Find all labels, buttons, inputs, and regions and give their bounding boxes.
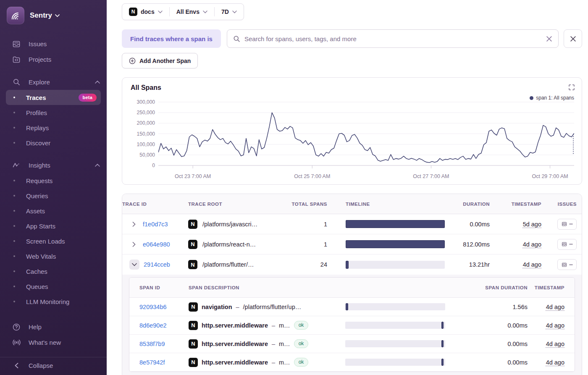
sidebar-item-screen-loads[interactable]: Screen Loads <box>6 233 101 249</box>
issues-button[interactable] <box>557 239 577 250</box>
sidebar-item-traces[interactable]: Traces beta <box>6 90 101 105</box>
sidebar-item-issues[interactable]: Issues <box>0 36 107 52</box>
column-header[interactable]: TIMESTAMP <box>490 202 541 207</box>
column-header[interactable]: SPAN ID <box>129 285 189 290</box>
sidebar-item-label: LLM Monitoring <box>26 298 69 305</box>
nextjs-platform-icon: N <box>188 240 197 249</box>
timestamp[interactable]: 5d ago <box>523 221 541 228</box>
sidebar-item-queries[interactable]: Queries <box>6 188 101 203</box>
column-header[interactable]: SPAN DURATION <box>445 285 528 290</box>
sidebar-item-label: Queues <box>26 283 48 290</box>
sidebar-group-insights[interactable]: Insights <box>0 157 107 173</box>
separator: – <box>272 359 275 366</box>
find-traces-label: Find traces where a span is <box>122 29 221 48</box>
sidebar-item-requests[interactable]: Requests <box>6 173 101 188</box>
sidebar-item-label: What's new <box>29 339 61 346</box>
trace-id-link[interactable]: e064e980 <box>143 241 170 248</box>
sidebar-collapse-button[interactable]: Collapse <box>0 357 107 375</box>
date-range-selector[interactable]: 7D <box>215 4 244 20</box>
timeline-bar <box>441 340 444 347</box>
sidebar-item-llm-monitoring[interactable]: LLM Monitoring <box>6 294 101 309</box>
timestamp[interactable]: 4d ago <box>523 261 541 268</box>
chevron-up-icon <box>95 164 100 167</box>
collapse-chevron-down-icon[interactable] <box>129 260 139 270</box>
x-tick-label: Oct 27 7:00 AM <box>413 173 449 179</box>
chart-legend[interactable]: span 1: All spans <box>530 95 574 101</box>
column-header[interactable]: TRACE ID <box>122 202 188 207</box>
span-op: http.server.middleware <box>202 359 268 366</box>
sidebar-item-queues[interactable]: Queues <box>6 279 101 294</box>
sidebar-item-whats-new[interactable]: What's new <box>0 335 107 350</box>
span-row: 920934b6 N navigation – /platforms/flutt… <box>129 298 575 316</box>
project-selector[interactable]: N docs <box>122 4 169 20</box>
nextjs-platform-icon: N <box>189 321 198 330</box>
column-header[interactable]: TIMELINE <box>332 202 445 207</box>
org-switcher[interactable]: Sentry <box>0 4 107 25</box>
total-spans: 24 <box>290 261 332 268</box>
sentry-logo <box>7 7 24 24</box>
timestamp[interactable]: 4d ago <box>523 241 541 248</box>
span-id-link[interactable]: 8538f7b9 <box>139 341 165 347</box>
sidebar-item-app-starts[interactable]: App Starts <box>6 218 101 233</box>
x-tick-label: Oct 23 7:00 AM <box>175 173 211 179</box>
chevron-down-icon <box>158 10 163 13</box>
span-duration: 0.00ms <box>445 359 528 366</box>
add-another-span-button[interactable]: Add Another Span <box>122 53 198 68</box>
sidebar-item-help[interactable]: Help <box>0 319 107 335</box>
issues-button[interactable] <box>557 219 577 230</box>
column-header[interactable]: TRACE ROOT <box>188 202 290 207</box>
fullscreen-icon[interactable] <box>568 84 575 92</box>
chart-plot[interactable] <box>158 100 574 172</box>
expand-chevron-right-icon[interactable] <box>129 222 139 227</box>
span-description: m… <box>279 322 290 329</box>
environment-selector[interactable]: All Envs <box>170 4 214 20</box>
sidebar-item-caches[interactable]: Caches <box>6 264 101 279</box>
timeline-bar <box>441 359 444 366</box>
timestamp[interactable]: 4d ago <box>546 322 564 329</box>
sidebar-item-replays[interactable]: Replays <box>6 120 101 135</box>
column-header[interactable]: SPAN DESCRIPTION <box>189 285 345 290</box>
span-query-row: Find traces where a span is <box>122 29 582 48</box>
column-header[interactable]: DURATION <box>445 202 490 207</box>
minus-icon <box>569 264 573 265</box>
column-header[interactable]: TIMESTAMP <box>528 285 575 290</box>
close-icon <box>570 36 576 42</box>
timeline-bar <box>346 220 445 228</box>
sidebar-item-projects[interactable]: Projects <box>0 52 107 67</box>
y-tick-label: 50,000 <box>139 152 155 158</box>
sidebar-group-explore[interactable]: Explore <box>0 74 107 90</box>
issues-button[interactable] <box>557 259 577 270</box>
timestamp[interactable]: 4d ago <box>546 341 564 347</box>
timestamp[interactable]: 4d ago <box>546 304 564 310</box>
chevron-down-icon <box>232 10 237 13</box>
chevron-left-icon <box>12 363 21 368</box>
sidebar-item-assets[interactable]: Assets <box>6 203 101 218</box>
span-duration: 1.56s <box>445 304 528 310</box>
trace-id-link[interactable]: 2914cceb <box>144 261 170 268</box>
timeline-track <box>346 220 445 228</box>
remove-span-filter-button[interactable] <box>564 29 582 48</box>
column-header[interactable]: TOTAL SPANS <box>290 202 332 207</box>
trace-root: /platforms/flutter/… <box>202 261 254 268</box>
timestamp[interactable]: 4d ago <box>546 359 564 366</box>
sidebar-item-discover[interactable]: Discover <box>6 135 101 150</box>
sidebar-footer: Help What's new Collapse <box>0 319 107 375</box>
page-filter-bar: N docs All Envs 7D <box>122 3 244 20</box>
span-id-link[interactable]: 920934b6 <box>139 304 167 310</box>
sidebar-item-label: Issues <box>29 40 47 47</box>
trace-id-link[interactable]: f1e0d7c3 <box>143 221 168 228</box>
spans-table: SPAN ID SPAN DESCRIPTION SPAN DURATION T… <box>129 277 575 372</box>
clear-search-icon[interactable] <box>546 36 552 42</box>
column-header[interactable]: ISSUES <box>541 202 582 207</box>
chevron-down-icon <box>203 10 207 13</box>
span-row: 8d6e90e2 N http.server.middleware – m… o… <box>129 316 575 335</box>
sidebar-item-profiles[interactable]: Profiles <box>6 105 101 120</box>
span-id-link[interactable]: 8d6e90e2 <box>139 322 167 329</box>
sidebar-item-web-vitals[interactable]: Web Vitals <box>6 249 101 264</box>
bullet-icon <box>13 97 15 98</box>
expand-chevron-right-icon[interactable] <box>129 242 139 247</box>
span-id-link[interactable]: 8e57942f <box>139 359 165 366</box>
sidebar-item-label: Screen Loads <box>26 238 65 245</box>
span-search-input[interactable] <box>244 35 542 42</box>
minus-icon <box>569 244 573 245</box>
